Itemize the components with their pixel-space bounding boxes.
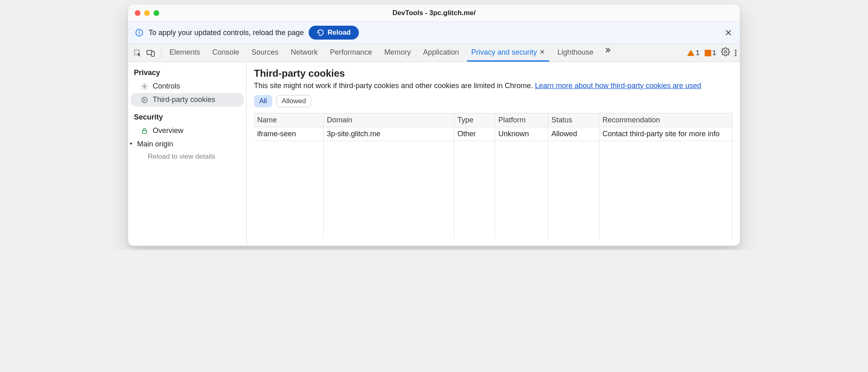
zoom-window-button[interactable] xyxy=(154,10,159,16)
sidebar-item-label: Overview xyxy=(153,126,183,135)
reload-infobar: To apply your updated controls, reload t… xyxy=(128,22,740,44)
cookies-table-wrap: Name Domain Type Platform Status Recomme… xyxy=(254,113,732,246)
table-header-row: Name Domain Type Platform Status Recomme… xyxy=(254,113,732,127)
gear-icon xyxy=(140,82,149,91)
sidebar-item-third-party-cookies[interactable]: Third-party cookies xyxy=(131,93,244,106)
more-menu-icon[interactable] xyxy=(735,49,737,57)
chip-allowed[interactable]: Allowed xyxy=(276,95,312,107)
cell-domain: 3p-site.glitch.me xyxy=(323,127,454,141)
settings-gear-icon[interactable] xyxy=(721,47,730,58)
warnings-badge[interactable]: 1 xyxy=(687,49,699,57)
main-panel: Third-party cookies This site might not … xyxy=(247,62,740,246)
tab-privacy-and-security[interactable]: Privacy and security xyxy=(467,44,549,62)
svg-point-13 xyxy=(143,99,144,100)
learn-more-link[interactable]: Learn more about how third-party cookies… xyxy=(535,82,701,90)
page-description: This site might not work if third-party … xyxy=(254,82,732,90)
svg-point-15 xyxy=(144,100,145,101)
sidebar-reload-hint: Reload to view details xyxy=(128,151,246,162)
table-row[interactable]: iframe-seen 3p-site.glitch.me Other Unkn… xyxy=(254,127,732,141)
device-toolbar-icon[interactable] xyxy=(145,47,157,59)
cell-platform: Unknown xyxy=(495,127,548,141)
sidebar-item-controls[interactable]: Controls xyxy=(128,80,246,93)
lock-icon xyxy=(140,127,149,135)
col-header-platform[interactable]: Platform xyxy=(495,113,548,127)
close-tab-icon[interactable] xyxy=(539,48,545,57)
tab-performance[interactable]: Performance xyxy=(326,44,376,62)
svg-point-12 xyxy=(142,97,147,103)
svg-rect-16 xyxy=(142,131,147,133)
filter-chips: All Allowed xyxy=(254,95,732,107)
sidebar-item-label: Controls xyxy=(153,82,180,91)
col-header-status[interactable]: Status xyxy=(548,113,599,127)
content-area: Privacy Controls Third-party cookies Sec… xyxy=(128,62,740,246)
cell-recommendation: Contact third-party site for more info xyxy=(599,127,732,141)
info-icon xyxy=(135,28,144,37)
close-infobar-icon[interactable] xyxy=(723,28,733,38)
col-header-name[interactable]: Name xyxy=(254,113,323,127)
col-header-domain[interactable]: Domain xyxy=(323,113,454,127)
devtools-right-tools: 1 1 xyxy=(687,47,737,58)
devtools-tabs: Elements Console Sources Network Perform… xyxy=(165,44,614,62)
reload-button[interactable]: Reload xyxy=(309,26,359,40)
issue-square-icon xyxy=(705,50,711,56)
svg-point-14 xyxy=(145,99,146,100)
titlebar: DevTools - 3pc.glitch.me/ xyxy=(128,4,740,22)
reload-button-label: Reload xyxy=(327,29,351,37)
svg-point-10 xyxy=(724,51,727,53)
cookie-icon xyxy=(140,96,149,104)
cell-name: iframe-seen xyxy=(254,127,323,141)
page-title: Third-party cookies xyxy=(254,68,732,79)
svg-point-2 xyxy=(139,31,140,31)
svg-point-11 xyxy=(144,85,146,87)
inspect-element-icon[interactable] xyxy=(131,47,144,59)
svg-rect-7 xyxy=(151,51,154,56)
traffic-lights xyxy=(135,10,159,16)
sidebar-group-privacy: Privacy xyxy=(128,67,246,80)
tab-lighthouse[interactable]: Lighthouse xyxy=(553,44,597,62)
close-window-button[interactable] xyxy=(135,10,140,16)
tab-sources[interactable]: Sources xyxy=(247,44,283,62)
table-empty-space xyxy=(254,141,732,239)
sidebar-item-label: Third-party cookies xyxy=(153,95,215,104)
cell-type: Other xyxy=(454,127,495,141)
devtools-tabs-bar: Elements Console Sources Network Perform… xyxy=(128,44,740,62)
privacy-sidebar: Privacy Controls Third-party cookies Sec… xyxy=(128,62,247,246)
col-header-type[interactable]: Type xyxy=(454,113,495,127)
tab-network[interactable]: Network xyxy=(287,44,322,62)
tab-memory[interactable]: Memory xyxy=(380,44,415,62)
issues-badge[interactable]: 1 xyxy=(705,49,716,57)
window-title: DevTools - 3pc.glitch.me/ xyxy=(128,9,740,17)
col-header-recommendation[interactable]: Recommendation xyxy=(599,113,732,127)
minimize-window-button[interactable] xyxy=(144,10,150,16)
sidebar-item-main-origin[interactable]: Main origin xyxy=(128,137,246,151)
caret-down-icon xyxy=(128,140,134,148)
cell-status: Allowed xyxy=(548,127,599,141)
tab-console[interactable]: Console xyxy=(208,44,243,62)
chip-all[interactable]: All xyxy=(254,95,272,107)
sidebar-item-overview[interactable]: Overview xyxy=(128,124,246,137)
svg-marker-17 xyxy=(130,143,133,145)
sidebar-group-security: Security xyxy=(128,111,246,124)
warning-triangle-icon xyxy=(687,50,694,56)
sidebar-item-label: Main origin xyxy=(137,140,173,148)
infobar-text: To apply your updated controls, reload t… xyxy=(149,29,304,37)
tab-elements[interactable]: Elements xyxy=(165,44,204,62)
devtools-window: DevTools - 3pc.glitch.me/ To apply your … xyxy=(128,4,740,246)
more-tabs-icon[interactable] xyxy=(601,44,614,56)
tab-application[interactable]: Application xyxy=(419,44,463,62)
cookies-table: Name Domain Type Platform Status Recomme… xyxy=(254,113,732,239)
divider xyxy=(161,48,161,58)
